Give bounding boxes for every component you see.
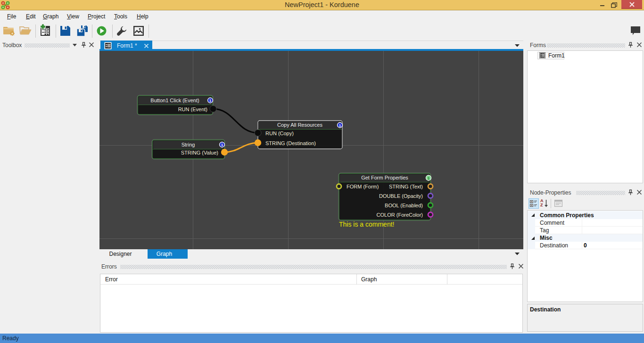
svg-text:STRING (Destination): STRING (Destination) <box>265 140 316 146</box>
svg-text:String: String <box>182 142 195 147</box>
svg-text:Get Form Properties: Get Form Properties <box>361 175 408 180</box>
svg-text:Copy All Resources: Copy All Resources <box>277 122 322 128</box>
svg-text:Button1 Click (Event): Button1 Click (Event) <box>150 98 199 103</box>
svg-text:RUN (Copy): RUN (Copy) <box>265 131 294 136</box>
svg-text:STRING (Text): STRING (Text) <box>389 184 423 189</box>
svg-text:1: 1 <box>428 176 430 180</box>
svg-text:1: 1 <box>339 123 341 128</box>
svg-text:COLOR (ForeColor): COLOR (ForeColor) <box>377 212 423 218</box>
svg-text:1: 1 <box>221 143 223 147</box>
svg-text:DOUBLE (Opacity): DOUBLE (Opacity) <box>379 193 423 199</box>
svg-text:FORM (Form): FORM (Form) <box>347 184 379 189</box>
svg-text:RUN (Event): RUN (Event) <box>178 106 207 112</box>
svg-text:STRING (Value): STRING (Value) <box>181 150 218 155</box>
svg-text:BOOL (Enabled): BOOL (Enabled) <box>385 203 423 208</box>
svg-text:This is a comment!: This is a comment! <box>339 220 394 228</box>
svg-text:1: 1 <box>209 98 212 103</box>
